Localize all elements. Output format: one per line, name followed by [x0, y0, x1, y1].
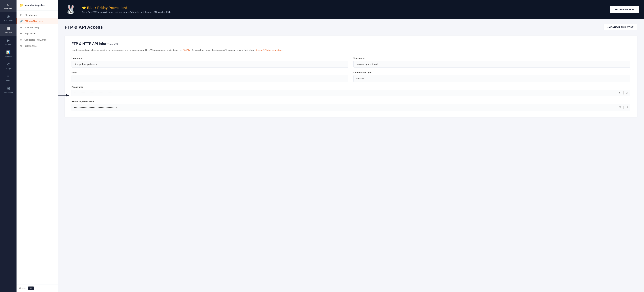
sidebar: 📁 constantingraf-a... ⊟ File Manager 🔗 F…	[16, 0, 58, 292]
card-title: FTP & HTTP API Information	[72, 42, 630, 46]
sidebar-item-connected-pull-zones-label: Connected Pull Zones	[24, 38, 46, 41]
readonly-password-icons: 👁 ↺	[618, 106, 628, 109]
readonly-password-input[interactable]	[72, 104, 630, 111]
sidebar-item-replication[interactable]: ⟳ Replication	[16, 30, 58, 37]
password-regenerate-button[interactable]: ↺	[625, 91, 628, 95]
port-group: Port:	[72, 71, 348, 82]
icon-divider	[623, 91, 624, 95]
sidebar-item-error-handling[interactable]: ⊞ Error Handling	[16, 24, 58, 30]
storage-api-doc-link[interactable]: storage API documentation	[255, 49, 282, 51]
hostname-label: Hostname:	[72, 57, 348, 59]
connection-type-label: Connection Type:	[354, 71, 630, 74]
sidebar-item-ftp-api-label: FTP & API Access	[24, 20, 42, 22]
arrow-annotation	[58, 93, 71, 98]
recharge-now-button[interactable]: RECHARGE NOW	[610, 6, 639, 13]
nav-item-monitoring[interactable]: ▣ Monitoring	[0, 84, 16, 96]
connection-type-input[interactable]	[354, 75, 630, 82]
readonly-password-input-wrap: 👁 ↺	[72, 104, 630, 111]
readonly-icon-divider	[623, 106, 624, 109]
sidebar-footer: Objects 0	[16, 284, 58, 292]
nav-item-statistics[interactable]: 📊 Statistics	[0, 48, 16, 60]
statistics-icon: 📊	[6, 50, 10, 54]
readonly-password-show-button[interactable]: 👁	[618, 106, 622, 109]
password-label: Password:	[72, 86, 630, 88]
nav-item-storage[interactable]: ▦ Storage	[0, 24, 16, 36]
sidebar-item-error-handling-label: Error Handling	[24, 26, 39, 29]
sidebar-item-ftp-api-access[interactable]: 🔗 FTP & API Access	[16, 18, 58, 24]
storage-icon: ▦	[7, 26, 10, 30]
readonly-password-row: Read-Only Password: 👁 ↺	[72, 100, 630, 111]
purge-icon: ↺	[7, 62, 10, 66]
bunny-illustration: 🐰	[65, 4, 76, 14]
username-input[interactable]	[354, 61, 630, 67]
readonly-password-regenerate-button[interactable]: ↺	[625, 106, 628, 109]
password-show-button[interactable]: 👁	[618, 91, 622, 95]
delete-zone-icon: 🗑	[20, 44, 23, 47]
nav-item-purge[interactable]: ↺ Purge	[0, 60, 16, 72]
banner-title: ⭐ Black Friday Promotion!	[82, 6, 606, 10]
sidebar-item-file-manager-label: File Manager	[24, 14, 38, 16]
main-content: 🐰 ⭐ Black Friday Promotion! Get a free 2…	[58, 0, 644, 292]
file-manager-icon: ⊟	[20, 13, 23, 16]
home-icon: ⌂	[7, 2, 9, 6]
sidebar-header: 📁 constantingraf-a...	[16, 0, 58, 10]
sidebar-menu: ⊟ File Manager 🔗 FTP & API Access ⊞ Erro…	[16, 10, 58, 284]
page-header: FTP & API Access + CONNECT PULL ZONE	[65, 24, 637, 30]
connection-type-group: Connection Type:	[354, 71, 630, 82]
page-title: FTP & API Access	[65, 24, 103, 30]
objects-count-badge: 0	[28, 287, 34, 290]
folder-icon: 📁	[19, 3, 24, 7]
port-input[interactable]	[72, 75, 348, 82]
banner-text: ⭐ Black Friday Promotion! Get a free 25%…	[82, 6, 606, 13]
password-input[interactable]	[72, 90, 630, 96]
page-content-area: FTP & API Access + CONNECT PULL ZONE FTP…	[58, 19, 644, 292]
port-connection-row: Port: Connection Type:	[72, 71, 630, 82]
left-navigation: ⌂ Overview ◉ Pull Zones ▦ Storage ▶ Stre…	[0, 0, 16, 292]
hostname-group: Hostname:	[72, 57, 348, 67]
monitoring-icon: ▣	[7, 86, 10, 90]
error-handling-icon: ⊞	[20, 26, 23, 29]
username-label: Username:	[354, 57, 630, 59]
sidebar-item-connected-pull-zones[interactable]: ◎ Connected Pull Zones	[16, 37, 58, 43]
objects-label: Objects	[19, 287, 26, 290]
banner-illustration: 🐰	[63, 2, 78, 17]
nav-item-overview[interactable]: ⌂ Overview	[0, 0, 16, 12]
star-icon: ⭐	[82, 6, 86, 10]
nav-item-pull-zones[interactable]: ◉ Pull Zones	[0, 12, 16, 24]
ftp-api-icon: 🔗	[20, 20, 23, 22]
connected-pull-zones-icon: ◎	[20, 38, 23, 41]
username-group: Username:	[354, 57, 630, 67]
hostname-username-row: Hostname: Username:	[72, 57, 630, 67]
connect-pull-zone-button[interactable]: + CONNECT PULL ZONE	[604, 24, 637, 30]
card-description: Use these settings when connecting to yo…	[72, 48, 630, 52]
hostname-input[interactable]	[72, 61, 348, 67]
port-label: Port:	[72, 71, 348, 74]
nav-item-logs[interactable]: ≡ Logs	[0, 72, 16, 84]
ftp-info-card: FTP & HTTP API Information Use these set…	[65, 35, 637, 117]
pull-zones-icon: ◉	[7, 14, 10, 18]
filezilla-link[interactable]: FileZilla	[183, 49, 190, 51]
logs-icon: ≡	[7, 74, 9, 78]
stream-icon: ▶	[7, 38, 10, 42]
password-input-wrap: 👁 ↺	[72, 90, 630, 96]
password-row: Password: 👁 ↺	[72, 86, 630, 96]
sidebar-item-file-manager[interactable]: ⊟ File Manager	[16, 12, 58, 18]
password-icons: 👁 ↺	[618, 91, 628, 95]
promotion-banner: 🐰 ⭐ Black Friday Promotion! Get a free 2…	[58, 0, 644, 19]
replication-icon: ⟳	[20, 32, 23, 35]
nav-item-stream[interactable]: ▶ Stream	[0, 36, 16, 48]
readonly-password-label: Read-Only Password:	[72, 100, 630, 103]
sidebar-item-delete-zone-label: Delete Zone	[24, 45, 37, 47]
banner-subtitle: Get a free 25% bonus with your next rech…	[82, 11, 606, 13]
sidebar-item-delete-zone[interactable]: 🗑 Delete Zone	[16, 43, 58, 49]
sidebar-item-replication-label: Replication	[24, 32, 36, 35]
sidebar-zone-title: constantingraf-a...	[25, 4, 46, 6]
